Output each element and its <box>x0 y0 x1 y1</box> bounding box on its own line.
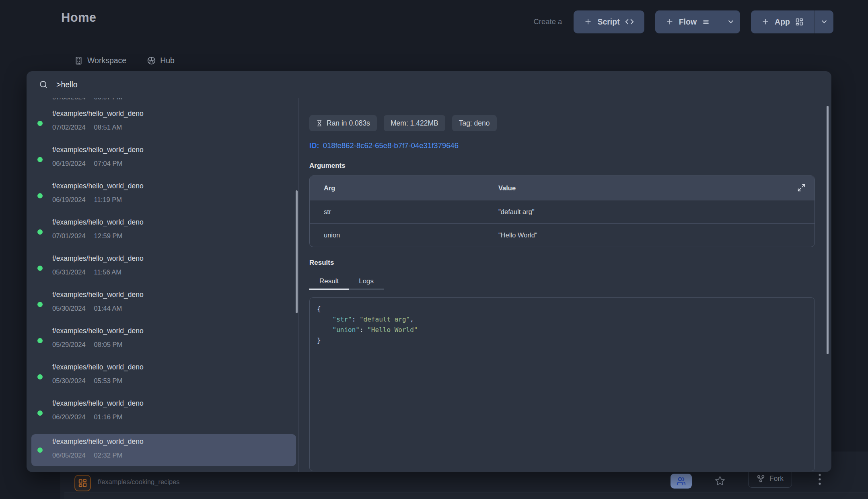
run-path: f/examples/hello_world_deno <box>52 291 296 299</box>
command-palette-modal: 07/03/202406:07 PM f/examples/hello_worl… <box>27 71 831 472</box>
run-list-item[interactable]: f/examples/hello_world_deno06/19/202407:… <box>31 144 296 174</box>
tab-workspace-label: Workspace <box>87 56 126 65</box>
arg-name: str <box>310 208 498 216</box>
run-list-item[interactable]: f/examples/hello_world_deno07/02/202408:… <box>31 108 296 138</box>
run-timestamp: 05/29/202408:05 PM <box>52 341 296 348</box>
next-row-partial <box>64 493 868 499</box>
create-app-button-group: App <box>751 10 833 33</box>
run-list-item[interactable]: f/examples/hello_world_deno07/01/202412:… <box>31 217 296 247</box>
run-list-item-clipped[interactable]: 07/03/202406:07 PM <box>52 98 122 106</box>
run-list: 07/03/202406:07 PM f/examples/hello_worl… <box>27 98 298 472</box>
dashboard-icon <box>795 18 804 26</box>
item-path: f/examples/cooking_recipes <box>98 478 180 486</box>
run-path: f/examples/hello_world_deno <box>52 146 296 154</box>
run-timestamp: 06/05/202402:32 PM <box>52 452 296 459</box>
run-list-item[interactable]: f/examples/hello_world_deno06/19/202411:… <box>31 181 296 210</box>
arg-name: union <box>310 231 498 239</box>
flow-icon <box>702 18 710 26</box>
success-status-dot <box>37 302 43 307</box>
create-app-button[interactable]: App <box>751 10 814 33</box>
create-flow-button-group: Flow <box>655 10 740 33</box>
run-path: f/examples/hello_world_deno <box>52 182 296 190</box>
run-timestamp: 05/30/202405:53 PM <box>52 377 296 385</box>
column-header-value: Value <box>498 184 815 192</box>
run-list-item[interactable]: f/examples/hello_world_deno05/31/202411:… <box>31 253 296 283</box>
app-dropdown-button[interactable] <box>814 10 833 33</box>
tab-hub[interactable]: Hub <box>147 56 175 65</box>
chevron-down-icon <box>727 18 735 26</box>
run-list-item[interactable]: f/examples/hello_world_deno05/30/202401:… <box>31 289 296 319</box>
users-icon <box>677 476 686 486</box>
run-timestamp: 06/19/202411:19 PM <box>52 196 296 204</box>
run-id-link[interactable]: 018fe862-8c62-65e8-b7f7-04e31f379646 <box>323 141 459 150</box>
run-date: 07/03/2024 <box>52 98 86 101</box>
create-flow-button[interactable]: Flow <box>655 10 721 33</box>
success-status-dot <box>37 121 43 126</box>
run-timestamp: 07/02/202408:51 AM <box>52 124 296 131</box>
run-timestamp: 06/19/202407:04 PM <box>52 160 296 167</box>
globe-icon <box>147 56 156 65</box>
success-status-dot <box>37 266 43 271</box>
create-actions: Create a Script Flow <box>533 10 833 33</box>
table-row: str "default arg" <box>310 200 815 223</box>
tab-logs[interactable]: Logs <box>349 274 384 290</box>
run-list-items: f/examples/hello_world_deno07/02/202408:… <box>27 108 298 466</box>
building-icon <box>74 56 83 65</box>
success-status-dot <box>37 374 43 379</box>
run-id-line: ID:018fe862-8c62-65e8-b7f7-04e31f379646 <box>309 141 831 150</box>
git-fork-icon <box>757 474 765 483</box>
create-flow-label: Flow <box>679 17 697 27</box>
plus-icon <box>666 18 674 26</box>
kebab-menu-icon[interactable] <box>815 473 825 487</box>
tab-result[interactable]: Result <box>309 274 349 290</box>
create-script-button[interactable]: Script <box>574 10 644 33</box>
app-icon <box>74 475 91 491</box>
run-path: f/examples/hello_world_deno <box>52 254 296 263</box>
chevron-down-icon <box>820 18 828 26</box>
run-list-item[interactable]: f/examples/hello_world_deno05/30/202405:… <box>31 362 296 392</box>
page-title: Home <box>61 10 96 25</box>
run-path: f/examples/hello_world_deno <box>52 218 296 227</box>
tab-workspace[interactable]: Workspace <box>74 56 126 65</box>
run-list-item[interactable]: f/examples/hello_world_deno06/05/202402:… <box>31 434 296 466</box>
run-path: f/examples/hello_world_deno <box>52 327 296 335</box>
arguments-table-header: Arg Value <box>310 176 815 200</box>
shared-users-badge[interactable] <box>671 474 692 489</box>
create-script-label: Script <box>597 17 619 27</box>
run-timestamp: 05/30/202401:44 AM <box>52 305 296 312</box>
star-icon[interactable] <box>715 476 725 486</box>
memory-badge-label: Mem: 1.422MB <box>391 119 438 128</box>
run-list-item[interactable]: f/examples/hello_world_deno05/29/202408:… <box>31 326 296 355</box>
run-path: f/examples/hello_world_deno <box>52 109 296 118</box>
success-status-dot <box>37 410 43 416</box>
fork-label: Fork <box>769 474 784 483</box>
tag-badge: Tag: deno <box>452 115 497 131</box>
success-status-dot <box>37 338 43 343</box>
run-timestamp: 06/20/202401:16 PM <box>52 413 296 421</box>
expand-icon[interactable] <box>797 184 806 192</box>
run-list-item[interactable]: f/examples/hello_world_deno06/20/202401:… <box>31 398 296 428</box>
plus-icon <box>584 18 592 26</box>
tag-badge-label: Tag: deno <box>459 119 490 128</box>
arg-value: "Hello World" <box>498 231 815 239</box>
column-header-arg: Arg <box>310 184 498 192</box>
table-row: union "Hello World" <box>310 223 815 247</box>
search-input[interactable] <box>56 80 831 89</box>
arguments-title: Arguments <box>309 162 831 170</box>
plus-icon <box>761 18 769 26</box>
flow-dropdown-button[interactable] <box>721 10 740 33</box>
memory-badge: Mem: 1.422MB <box>384 115 445 131</box>
create-label: Create a <box>533 17 562 26</box>
code-icon <box>625 17 634 26</box>
detail-scrollbar[interactable] <box>827 106 829 354</box>
run-path: f/examples/hello_world_deno <box>52 437 296 446</box>
home-tabs: Workspace Hub <box>74 56 175 65</box>
duration-badge-label: Ran in 0.083s <box>327 119 370 128</box>
tab-hub-label: Hub <box>160 56 175 65</box>
success-status-dot <box>37 193 43 198</box>
run-timestamp: 05/31/202411:56 AM <box>52 268 296 276</box>
run-id-label: ID: <box>309 141 319 150</box>
results-title: Results <box>309 259 831 267</box>
run-list-scrollbar[interactable] <box>296 190 298 313</box>
run-timestamp: 07/01/202412:59 PM <box>52 232 296 240</box>
